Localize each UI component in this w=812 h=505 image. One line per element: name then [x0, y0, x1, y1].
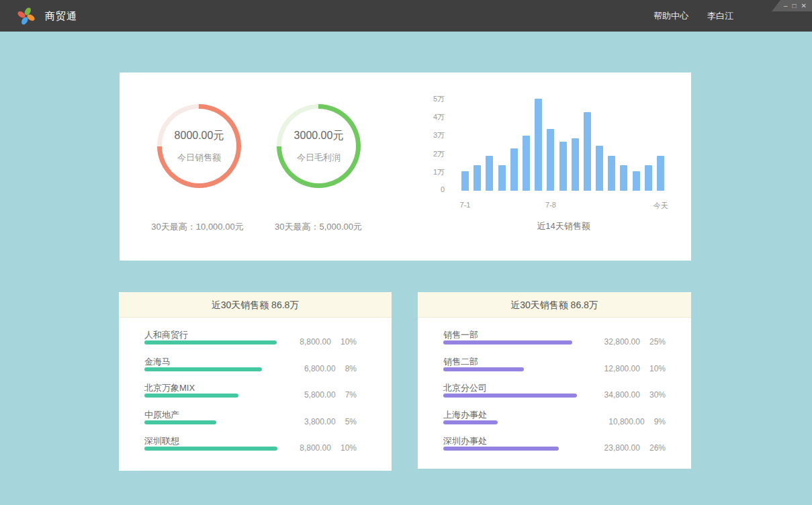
row-progress-bar: [144, 447, 277, 451]
help-center-link[interactable]: 帮助中心: [653, 10, 688, 22]
row-amount: 5,800.00: [304, 390, 336, 400]
sales-bar: [498, 165, 506, 191]
row-value: 6,800.008%: [304, 364, 357, 373]
row-progress-bar: [144, 420, 216, 424]
row-amount: 3,800.00: [304, 417, 336, 426]
sales-list-row: 北京分公司34,800.0030%: [443, 382, 691, 409]
sales-list-row: 深圳办事处23,800.0026%: [443, 435, 691, 462]
departments-card-title: 近30天销售额 86.8万: [418, 292, 691, 318]
y-axis-tick: 3万: [408, 130, 445, 140]
chart-bars: [461, 97, 666, 191]
sales-bar: [633, 171, 640, 191]
sales-bar: [547, 129, 554, 191]
overview-panel: 8000.00元 今日销售额 3000.00元 今日毛利润 30天最高：10,0…: [120, 73, 691, 261]
close-icon[interactable]: ✕: [801, 0, 807, 11]
sales-bar: [584, 112, 591, 191]
row-value: 32,800.0025%: [604, 337, 666, 347]
y-axis-tick: 2万: [408, 149, 445, 159]
row-progress-bar: [144, 394, 238, 398]
maximize-icon[interactable]: □: [793, 0, 797, 11]
sales-14day-bar-chart: 5万4万3万2万1万0 7-17-8今天 近14天销售额: [120, 73, 691, 261]
sales-bar: [535, 99, 542, 191]
row-name: 人和商贸行: [144, 329, 188, 341]
row-progress-bar: [443, 420, 498, 424]
row-percent: 26%: [649, 443, 666, 453]
user-name-link[interactable]: 李白江: [707, 10, 733, 22]
row-amount: 10,800.00: [608, 417, 644, 426]
sales-bar: [523, 136, 530, 191]
minimize-icon[interactable]: –: [784, 0, 788, 11]
row-percent: 10%: [341, 443, 357, 453]
row-name: 销售二部: [443, 356, 478, 368]
row-progress-bar: [144, 340, 277, 345]
row-progress-bar: [443, 447, 559, 451]
row-amount: 6,800.00: [304, 364, 336, 373]
sales-bar: [486, 156, 493, 191]
y-axis-tick: 5万: [408, 94, 445, 104]
row-progress-bar: [144, 367, 262, 371]
sales-bar: [608, 156, 615, 191]
sales-list-row: 金海马6,800.008%: [144, 356, 392, 383]
row-percent: 10%: [341, 337, 357, 347]
app-title: 商贸通: [45, 0, 77, 32]
y-axis-tick: 4万: [408, 112, 445, 122]
sales-list-row: 销售二部12,800.0010%: [443, 356, 691, 383]
customers-sales-card: 近30天销售额 86.8万 人和商贸行8,800.0010%金海马6,800.0…: [119, 292, 392, 471]
sales-bar: [596, 146, 603, 191]
sales-bar: [645, 165, 652, 191]
row-name: 北京分公司: [443, 382, 487, 394]
row-progress-bar: [443, 394, 577, 398]
y-axis-tick: 1万: [408, 167, 445, 177]
sales-list-row: 销售一部32,800.0025%: [443, 329, 691, 356]
row-value: 3,800.005%: [304, 417, 357, 426]
sales-list-row: 中原地产3,800.005%: [144, 409, 392, 436]
sales-bar: [510, 148, 518, 191]
sales-bar: [473, 165, 481, 191]
row-name: 中原地产: [144, 409, 179, 421]
row-name: 北京万象MIX: [144, 382, 195, 394]
row-value: 12,800.0010%: [604, 364, 666, 373]
sales-bar: [559, 142, 567, 191]
row-name: 深圳联想: [144, 435, 179, 447]
row-value: 34,800.0030%: [604, 390, 666, 400]
row-percent: 7%: [345, 390, 357, 400]
row-name: 深圳办事处: [443, 435, 487, 447]
window-controls: – □ ✕: [772, 0, 812, 11]
sales-list-row: 人和商贸行8,800.0010%: [144, 329, 392, 356]
row-percent: 5%: [345, 417, 357, 426]
row-value: 10,800.009%: [608, 417, 666, 426]
row-amount: 34,800.00: [604, 390, 640, 400]
sales-list-row: 上海办事处10,800.009%: [443, 409, 691, 436]
customers-card-title: 近30天销售额 86.8万: [119, 292, 392, 318]
x-axis-tick: 7-8: [545, 201, 556, 209]
row-name: 金海马: [144, 356, 171, 368]
row-value: 23,800.0026%: [604, 443, 666, 453]
x-axis-tick: 今天: [653, 201, 668, 211]
row-amount: 12,800.00: [604, 364, 640, 373]
row-amount: 8,800.00: [300, 443, 331, 453]
row-percent: 8%: [345, 364, 357, 373]
row-percent: 9%: [654, 417, 666, 426]
row-value: 8,800.0010%: [300, 443, 357, 453]
row-progress-bar: [443, 340, 572, 345]
row-value: 8,800.0010%: [300, 337, 357, 347]
row-amount: 8,800.00: [300, 337, 331, 347]
row-amount: 23,800.00: [604, 443, 640, 453]
row-value: 5,800.007%: [304, 390, 357, 400]
y-axis-tick: 0: [408, 185, 445, 193]
row-progress-bar: [443, 367, 524, 371]
sales-bar: [572, 138, 579, 191]
row-amount: 32,800.00: [604, 337, 640, 347]
sales-bar: [620, 165, 627, 191]
sales-bar: [461, 171, 469, 191]
header-links: 帮助中心 李白江: [653, 0, 733, 32]
titlebar: 商贸通 帮助中心 李白江 – □ ✕: [0, 0, 812, 32]
chart-title: 近14天销售额: [461, 220, 666, 232]
row-name: 上海办事处: [443, 409, 487, 421]
departments-sales-card: 近30天销售额 86.8万 销售一部32,800.0025%销售二部12,800…: [418, 292, 691, 469]
row-percent: 25%: [649, 337, 666, 347]
sales-list-row: 北京万象MIX5,800.007%: [144, 382, 392, 409]
row-name: 销售一部: [443, 329, 478, 341]
sales-bar: [657, 156, 664, 191]
row-percent: 30%: [649, 390, 666, 400]
